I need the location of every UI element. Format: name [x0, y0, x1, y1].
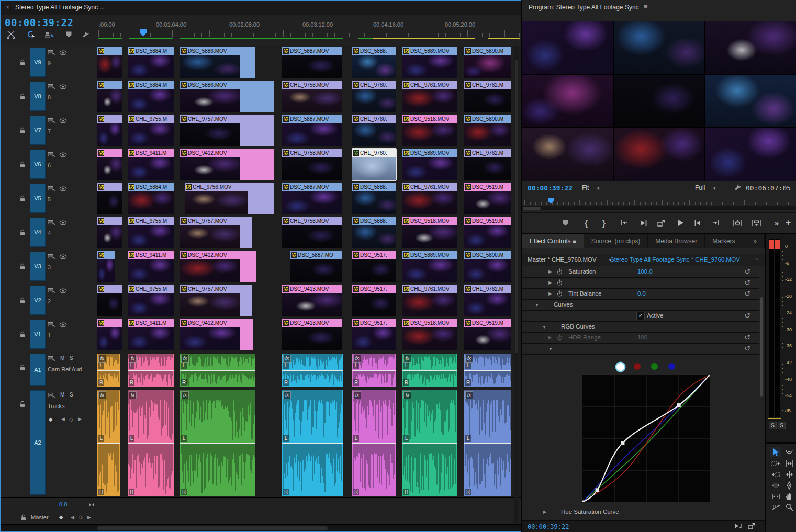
fx-badge-icon[interactable]: fx: [129, 355, 137, 363]
timeline-clip[interactable]: fxDSC_5890.M: [464, 115, 511, 146]
audio-clip[interactable]: LRfx: [282, 354, 343, 387]
fx-badge-icon[interactable]: fx: [98, 320, 104, 326]
timeline-clip[interactable]: fx: [97, 217, 122, 248]
audio-clip[interactable]: LRfx: [282, 390, 343, 496]
toggle-track-output-icon[interactable]: [59, 254, 67, 259]
sync-lock-icon[interactable]: [48, 50, 55, 56]
fx-badge-icon[interactable]: fx: [403, 218, 409, 224]
track-lock-icon[interactable]: [19, 401, 26, 408]
fx-badge-icon[interactable]: fx: [98, 286, 104, 292]
timeline-ruler[interactable]: :00:0000:01:04:0000:02:08:0000:03:12:000…: [97, 17, 521, 44]
timeline-clip[interactable]: fxCHE_9761.MOV: [402, 81, 457, 112]
stopwatch-icon[interactable]: [557, 268, 563, 275]
sync-lock-icon[interactable]: [48, 186, 55, 192]
previous-keyframe-icon[interactable]: ◀: [71, 515, 74, 520]
clip-indicator-left[interactable]: [769, 240, 774, 249]
disclosure-icon[interactable]: ▶: [548, 269, 552, 274]
track-target-button[interactable]: V2: [30, 286, 46, 315]
multicam-angle-3[interactable]: [705, 21, 796, 74]
sync-lock-icon[interactable]: [48, 220, 55, 226]
add-keyframe-icon[interactable]: ◇: [69, 416, 73, 422]
fx-badge-icon[interactable]: fx: [129, 184, 134, 190]
timeline-clip[interactable]: fxCHE_9755.M: [128, 285, 174, 316]
track-lock-icon[interactable]: [19, 195, 26, 202]
timeline-clip[interactable]: fxDSC_9517.: [352, 251, 396, 282]
solo-button[interactable]: S: [778, 422, 786, 429]
audio-clip[interactable]: LRfx: [464, 390, 511, 496]
sync-lock-icon[interactable]: [48, 288, 55, 294]
reset-parameter-icon[interactable]: ↺: [744, 311, 750, 320]
timeline-clip[interactable]: fxDSC_9412.MOV: [180, 149, 274, 180]
timeline-clip[interactable]: fxCHE_9758.MOV: [282, 149, 342, 180]
timeline-clip[interactable]: fxDSC_5887.MOV: [282, 115, 342, 146]
effect-row-rgb-curves[interactable]: ▼RGB Curves: [522, 321, 759, 333]
keyframe-toggle-icon[interactable]: ◆: [49, 416, 53, 422]
playhead-line[interactable]: [143, 31, 143, 525]
fx-badge-icon[interactable]: fx: [465, 391, 473, 399]
tab-source-no-clips-[interactable]: Source: (no clips): [584, 234, 648, 248]
fx-badge-icon[interactable]: fx: [465, 355, 473, 363]
timeline-clip[interactable]: fxDSC_5886.MOV: [180, 81, 274, 112]
timeline-clip[interactable]: fx: [97, 149, 122, 180]
audio-clip[interactable]: LRfx: [402, 354, 457, 387]
fx-badge-icon[interactable]: fx: [283, 320, 289, 326]
transport-mark-out-brace[interactable]: }: [598, 217, 610, 229]
track-lock-icon[interactable]: [20, 514, 27, 521]
fx-badge-icon[interactable]: fx: [465, 218, 471, 224]
parameter-value[interactable]: 0.0: [637, 290, 646, 297]
tool-track-select-backward[interactable]: [770, 469, 781, 479]
timeline-clip[interactable]: fxDSC_9518.MOV: [402, 115, 457, 146]
timeline-clip[interactable]: fxDSC_9519.M: [464, 183, 511, 214]
add-marker-icon[interactable]: [62, 29, 75, 40]
timeline-clip[interactable]: fx: [97, 81, 122, 112]
disclosure-icon[interactable]: ▼: [548, 347, 553, 352]
toggle-track-output-icon[interactable]: [59, 50, 67, 55]
timeline-clip[interactable]: fxCHE_9761.MOV: [402, 183, 457, 214]
timeline-clip[interactable]: fxCHE_9758.MOV: [282, 81, 342, 112]
close-icon[interactable]: ×: [6, 4, 9, 11]
timeline-clip[interactable]: fxDSC_9413.MOV: [282, 285, 342, 316]
tab-markers[interactable]: Markers: [705, 234, 743, 248]
tool-selection[interactable]: [770, 447, 781, 457]
multicam-angle-7[interactable]: [522, 128, 613, 181]
transport-lift-icon[interactable]: [731, 217, 744, 229]
multicam-angle-6[interactable]: [705, 75, 796, 128]
parameter-value[interactable]: 100.0: [637, 268, 653, 275]
fx-badge-icon[interactable]: fx: [186, 184, 192, 190]
fx-badge-icon[interactable]: fx: [465, 252, 471, 258]
effect-row-hdr-range[interactable]: ▶HDR Range100↺: [522, 332, 759, 344]
play-audio-icon[interactable]: [734, 523, 743, 529]
transport-step-forward-icon[interactable]: [691, 217, 704, 229]
tool-rolling-edit[interactable]: [783, 469, 795, 479]
fx-badge-icon[interactable]: fx: [403, 252, 409, 258]
fx-badge-icon[interactable]: fx: [403, 355, 411, 363]
timeline-clip[interactable]: fx: [97, 183, 122, 214]
fx-badge-icon[interactable]: fx: [403, 116, 409, 122]
track-lock-icon[interactable]: [19, 127, 26, 134]
master-clip-name[interactable]: Master * CHE_9760.MOV: [528, 256, 597, 263]
track-target-button[interactable]: A1: [30, 354, 46, 386]
timeline-clip[interactable]: fxDSC_5887.MOV: [282, 47, 342, 78]
program-playhead-icon[interactable]: [547, 198, 554, 205]
reset-parameter-icon[interactable]: ↺: [744, 267, 750, 276]
timeline-display-settings-icon[interactable]: [79, 29, 92, 40]
linked-selection-icon[interactable]: [25, 29, 37, 40]
fx-badge-icon[interactable]: fx: [181, 391, 189, 399]
disclosure-icon[interactable]: ▶: [548, 335, 552, 340]
tool-slip[interactable]: [770, 480, 781, 490]
timeline-clip[interactable]: fxCHE_9756.MOV: [185, 183, 274, 214]
timeline-clip[interactable]: fxDSC_9413.MOV: [282, 319, 342, 350]
sync-lock-icon[interactable]: [48, 356, 55, 362]
fx-badge-icon[interactable]: fx: [403, 184, 409, 190]
fx-badge-icon[interactable]: fx: [283, 184, 289, 190]
timeline-clip[interactable]: fxCHE_9762.M: [464, 81, 511, 112]
audio-track-name[interactable]: Tracks: [48, 403, 65, 409]
timeline-clip[interactable]: fxCHE_9758.MOV: [282, 217, 342, 248]
keyframe-toggle-icon[interactable]: ◆: [59, 514, 63, 520]
scrollbar-thumb[interactable]: [523, 207, 541, 210]
next-keyframe-icon[interactable]: ▶: [87, 515, 91, 520]
timeline-clip[interactable]: fxDSC_9411.M: [128, 319, 174, 350]
effect-row-active[interactable]: ✓Active↺: [522, 310, 759, 322]
toggle-track-output-icon[interactable]: [59, 186, 67, 191]
stopwatch-icon[interactable]: [557, 279, 563, 286]
